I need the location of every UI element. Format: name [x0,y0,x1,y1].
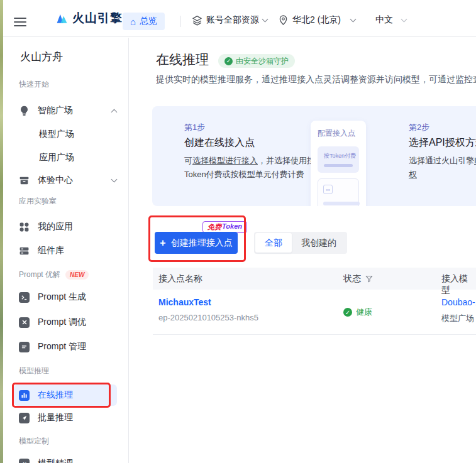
status-header-label: 状态 [343,273,361,285]
sidebar-item-batch-inference[interactable]: 批量推理 [19,408,73,427]
sidebar-title: 火山方舟 [20,50,63,64]
chevron-down-icon [350,16,357,23]
app-window: 火山引擎 ⌂ 总览 账号全部资源 华北2 (北京) 中文 [0,0,476,463]
table-header: 接入点名称 状态 接入模型 [153,268,476,290]
section-label-prompt: Prompt 优解 NEW [19,270,89,280]
overview-button[interactable]: ⌂ 总览 [123,13,165,30]
step2-desc-prefix: 选择通过火山引擎 [409,156,474,165]
filter-funnel-icon[interactable] [365,275,373,283]
step1-title: 创建在线接入点 [184,136,255,150]
navbar-divider [180,16,181,27]
top-navbar: 火山引擎 ⌂ 总览 账号全部资源 华北2 (北京) 中文 [3,6,476,37]
sidebar-item-experience-center[interactable]: 体验中心 [19,171,116,190]
chevron-down-icon [111,177,118,183]
sidebar-item-label: Prompt 管理 [38,341,86,352]
security-sandbox-badge: ✓ 由安全沙箱守护 [218,54,295,68]
step1-label: 第1步 [184,122,205,133]
sidebar-item-my-apps[interactable]: 我的应用 [19,217,73,236]
sidebar-item-label: 体验中心 [38,175,73,186]
archive-box-icon [19,175,30,186]
endpoint-name-link[interactable]: MichauxTest [158,297,211,307]
tab-created-by-me[interactable]: 我创建的 [292,233,346,253]
endpoint-id: ep-20250210105253-nkhs5 [158,313,258,322]
brand-name: 火山引擎 [72,10,123,26]
new-badge: NEW [65,270,89,280]
ai-icon: AI [19,459,30,463]
column-header-name: 接入点名称 [158,273,202,285]
terminal-icon [19,292,30,303]
free-badge-text-en: Token [222,222,242,232]
section-label-app-lab: 应用实验室 [19,196,57,207]
table-row[interactable]: MichauxTest ep-20250210105253-nkhs5 ✓ 健康… [153,290,476,335]
sidebar-item-prompt-manage[interactable]: Prompt 管理 [19,337,86,356]
placeholder-bar [323,202,360,205]
step2-label: 第2步 [409,122,429,133]
sidebar-item-smart-plaza[interactable]: 智能广场 [19,101,116,120]
sidebar-item-model-finetune[interactable]: AI 模型精调 [19,454,73,463]
sidebar-item-prompt-generate[interactable]: Prompt 生成 [19,288,86,307]
status-label: 健康 [356,307,372,318]
section-label-quick-start: 快速开始 [19,79,49,90]
sidebar-item-label: 在线推理 [38,389,73,401]
sidebar-item-app-plaza[interactable]: 应用广场 [39,152,74,163]
endpoint-preview-card: 配置接入点 按Token付费 ⚏ [311,121,366,206]
iam-auth-link-line2[interactable]: 权 [409,170,417,179]
model-link[interactable]: Doubao-1. [441,297,476,307]
sidebar-item-online-inference[interactable]: 在线推理 [14,384,117,406]
model-source: 模型广场 [441,313,474,324]
select-model-link[interactable]: 选择模型进行接入 [192,156,258,165]
brand-logo[interactable]: 火山引擎 [57,10,123,26]
step2-title: 选择API授权方式 [409,136,476,150]
app-grid-icon [19,222,30,232]
home-icon: ⌂ [130,16,136,27]
menu-hamburger-icon[interactable] [13,14,28,30]
server-stack-icon [19,246,30,256]
sidebar-item-label: 组件库 [38,245,64,256]
section-label-model-inference: 模型推理 [19,366,49,376]
volcengine-logo-icon [57,13,67,24]
sidebar-item-label: Prompt 生成 [38,291,86,303]
tab-all[interactable]: 全部 [255,233,292,253]
chevron-down-icon [262,16,268,23]
preview-card-title: 配置接入点 [318,128,359,139]
page-description: 提供实时的模型推理服务，通过推理接入点灵活调整资源并访问模型，可通过监控查看运行 [156,74,476,85]
placeholder-bar [324,164,353,167]
layers-icon [192,15,202,26]
token-billing-chip: 按Token付费 [318,146,359,173]
region-selector[interactable]: 华北2 (北京) [278,14,355,26]
rocket-icon [19,413,30,423]
sidebar-item-component-library[interactable]: 组件库 [19,241,64,260]
sidebar-item-label: 我的应用 [38,221,73,232]
bar-chart-icon [19,390,30,401]
overview-label: 总览 [140,16,157,27]
account-selector-label: 账号全部资源 [206,14,259,26]
sidebar-item-label: 智能广场 [38,105,73,116]
location-pin-icon [278,15,289,26]
step1-desc-prefix: 可 [184,156,192,165]
sidebar-item-label: 模型精调 [38,458,73,463]
tune-icon [19,317,30,328]
sidebar-item-prompt-tune[interactable]: Prompt 调优 [19,313,86,332]
plus-icon: + [160,237,165,249]
account-resources-selector[interactable]: 账号全部资源 [192,14,267,26]
create-endpoint-label: 创建推理接入点 [171,237,233,249]
model-unit-chip: ⚏ [318,178,359,206]
sidebar-item-label: Prompt 调优 [38,317,86,328]
step2-description: 选择通过火山引擎IA 权 [409,154,476,182]
filter-tabs: 全部 我创建的 [254,232,347,254]
create-endpoint-button[interactable]: + 创建推理接入点 [155,232,238,254]
sidebar-item-model-plaza[interactable]: 模型广场 [39,129,74,140]
chevron-down-icon [401,16,407,23]
language-selector[interactable]: 中文 [375,14,406,26]
lightbulb-icon [19,106,30,116]
main-content: 在线推理 ✓ 由安全沙箱守护 提供实时的模型推理服务，通过推理接入点灵活调整资源… [130,38,476,463]
top-margin [3,0,476,6]
page-title: 在线推理 [156,51,209,68]
free-badge-text-cn: 免费 [208,222,221,232]
check-circle-icon: ✓ [343,308,352,317]
code-icon: ⚏ [323,185,333,194]
chevron-up-icon [111,109,118,115]
onboarding-steps-banner: 第1步 创建在线接入点 可选择模型进行接入，并选择使用按Token付费或按模型单… [152,106,476,206]
language-selector-label: 中文 [375,14,393,26]
status-badge: ✓ 健康 [343,307,372,318]
